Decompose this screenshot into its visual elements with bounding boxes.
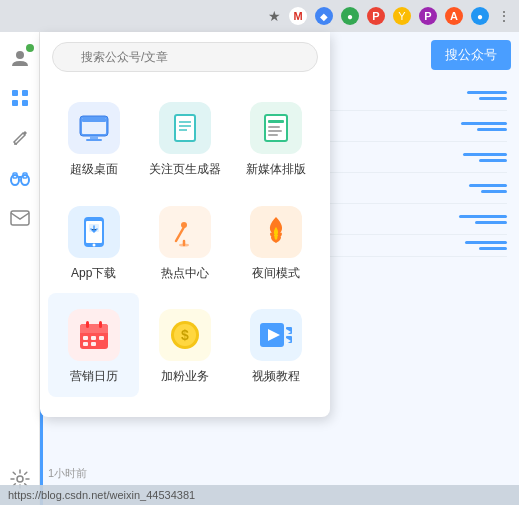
app-item-desktop[interactable]: 超级桌面 — [48, 86, 139, 190]
svg-point-36 — [179, 243, 189, 246]
svg-rect-3 — [12, 100, 18, 106]
app-label-marketing-cal: 营销日历 — [70, 369, 118, 385]
app-label-app-download: App下载 — [71, 266, 116, 282]
line-bar — [479, 247, 507, 250]
line-bar — [469, 184, 507, 187]
ext4-icon[interactable]: Y — [393, 7, 411, 25]
app-icon-video-tutorial — [250, 309, 302, 361]
app-label-hot-spot: 热点中心 — [161, 266, 209, 282]
url-bar: https://blog.csdn.net/weixin_44534381 — [0, 485, 519, 505]
sidebar-grid[interactable] — [2, 80, 38, 116]
browser-toolbar: ★ M ◆ ● P Y P A ● ⋮ — [0, 0, 519, 32]
app-item-app-download[interactable]: App下载 — [48, 190, 139, 294]
svg-point-11 — [17, 476, 23, 482]
svg-rect-17 — [82, 118, 106, 122]
item-lines — [469, 184, 507, 193]
svg-point-0 — [16, 51, 24, 59]
ext5-icon[interactable]: P — [419, 7, 437, 25]
app-icon-night-mode — [250, 206, 302, 258]
line-bar — [475, 221, 507, 224]
app-label-night-mode: 夜间模式 — [252, 266, 300, 282]
svg-rect-4 — [22, 100, 28, 106]
app-icon-desktop — [68, 102, 120, 154]
apps-grid: 超级桌面 关注页生成器 — [40, 82, 330, 401]
sidebar-binoculars[interactable] — [2, 160, 38, 196]
app-label-follow-gen: 关注页生成器 — [149, 162, 221, 178]
app-item-new-media[interactable]: 新媒体排版 — [231, 86, 322, 190]
app-icon-new-media — [250, 102, 302, 154]
svg-point-34 — [181, 222, 187, 228]
app-icon-follow-gen — [159, 102, 211, 154]
sidebar-mail[interactable] — [2, 200, 38, 236]
url-text: https://blog.csdn.net/weixin_44534381 — [8, 489, 195, 501]
line-bar — [465, 241, 507, 244]
ext7-icon[interactable]: ● — [471, 7, 489, 25]
svg-rect-40 — [86, 321, 89, 328]
search-wrapper: 🔍 — [52, 42, 318, 72]
app-item-follow-gen[interactable]: 关注页生成器 — [139, 86, 230, 190]
item-lines — [461, 122, 507, 131]
svg-line-33 — [176, 227, 184, 241]
svg-rect-10 — [11, 211, 29, 225]
svg-rect-45 — [83, 342, 88, 346]
svg-rect-41 — [99, 321, 102, 328]
svg-rect-28 — [268, 134, 278, 136]
app-icon-add-fans: $ — [159, 309, 211, 361]
browser-extension-icons: ★ M ◆ ● P Y P A ● ⋮ — [268, 7, 511, 25]
app-label-desktop: 超级桌面 — [70, 162, 118, 178]
star-icon[interactable]: ★ — [268, 8, 281, 24]
svg-rect-43 — [91, 336, 96, 340]
svg-rect-15 — [86, 139, 102, 141]
main-container: 🔍 超级桌面 — [0, 32, 519, 505]
left-sidebar — [0, 32, 40, 505]
app-dropdown-panel: 🔍 超级桌面 — [40, 32, 330, 417]
line-bar — [481, 190, 507, 193]
line-bar — [467, 91, 507, 94]
app-item-marketing-cal[interactable]: 营销日历 — [48, 293, 139, 397]
svg-rect-44 — [99, 336, 104, 340]
svg-rect-27 — [268, 130, 282, 132]
line-bar — [477, 128, 507, 131]
svg-point-7 — [21, 175, 29, 185]
svg-rect-2 — [22, 90, 28, 96]
app-icon-hot-spot — [159, 206, 211, 258]
search-gzh-button[interactable]: 搜公众号 — [431, 40, 511, 70]
item-lines — [463, 153, 507, 162]
svg-rect-39 — [80, 330, 108, 333]
item-lines — [459, 215, 507, 224]
time-label: 1小时前 — [48, 466, 87, 481]
svg-rect-19 — [176, 116, 194, 140]
svg-rect-1 — [12, 90, 18, 96]
gmail-icon[interactable]: M — [289, 7, 307, 25]
ext6-icon[interactable]: A — [445, 7, 463, 25]
svg-point-31 — [92, 243, 95, 246]
ext3-icon[interactable]: P — [367, 7, 385, 25]
more-icon[interactable]: ⋮ — [497, 8, 511, 24]
ext2-icon[interactable]: ● — [341, 7, 359, 25]
svg-rect-25 — [268, 120, 284, 123]
svg-text:$: $ — [181, 327, 189, 343]
svg-rect-14 — [90, 136, 98, 139]
sidebar-edit[interactable] — [2, 120, 38, 156]
sidebar-user[interactable] — [2, 40, 38, 76]
app-item-video-tutorial[interactable]: 视频教程 — [231, 293, 322, 397]
app-label-add-fans: 加粉业务 — [161, 369, 209, 385]
svg-rect-26 — [268, 126, 280, 128]
search-input[interactable] — [52, 42, 318, 72]
svg-rect-46 — [91, 342, 96, 346]
svg-point-6 — [11, 175, 19, 185]
app-icon-marketing-cal — [68, 309, 120, 361]
ext1-icon[interactable]: ◆ — [315, 7, 333, 25]
item-lines — [467, 91, 507, 100]
app-label-new-media: 新媒体排版 — [246, 162, 306, 178]
line-bar — [479, 97, 507, 100]
app-label-video-tutorial: 视频教程 — [252, 369, 300, 385]
app-item-hot-spot[interactable]: 热点中心 — [139, 190, 230, 294]
line-bar — [461, 122, 507, 125]
line-bar — [463, 153, 507, 156]
app-icon-app-download — [68, 206, 120, 258]
app-item-night-mode[interactable]: 夜间模式 — [231, 190, 322, 294]
line-bar — [479, 159, 507, 162]
line-bar — [459, 215, 507, 218]
app-item-add-fans[interactable]: $ 加粉业务 — [139, 293, 230, 397]
